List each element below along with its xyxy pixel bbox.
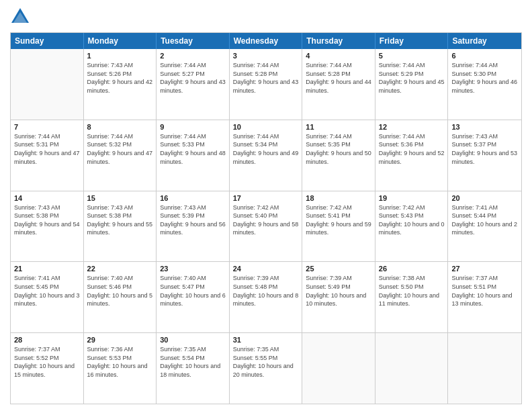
cal-cell-2-4: 18Sunrise: 7:42 AM Sunset: 5:41 PM Dayli…	[302, 191, 375, 262]
day-number: 6	[451, 52, 518, 60]
cell-details: Sunrise: 7:44 AM Sunset: 5:33 PM Dayligh…	[160, 132, 226, 166]
day-number: 18	[306, 194, 371, 202]
cell-details: Sunrise: 7:35 AM Sunset: 5:54 PM Dayligh…	[160, 345, 226, 379]
cell-details: Sunrise: 7:39 AM Sunset: 5:49 PM Dayligh…	[306, 274, 371, 308]
header-day-friday: Friday	[375, 33, 449, 49]
cell-details: Sunrise: 7:41 AM Sunset: 5:45 PM Dayligh…	[14, 274, 80, 308]
day-number: 27	[451, 265, 518, 273]
logo-icon	[10, 7, 30, 27]
day-number: 19	[379, 194, 445, 202]
cal-cell-4-1: 29Sunrise: 7:36 AM Sunset: 5:53 PM Dayli…	[84, 333, 157, 404]
calendar: SundayMondayTuesdayWednesdayThursdayFrid…	[10, 32, 522, 404]
day-number: 26	[379, 265, 445, 273]
day-number: 9	[160, 123, 226, 131]
day-number: 17	[233, 194, 299, 202]
calendar-body: 1Sunrise: 7:43 AM Sunset: 5:26 PM Daylig…	[11, 49, 521, 404]
cal-cell-0-5: 5Sunrise: 7:44 AM Sunset: 5:29 PM Daylig…	[375, 49, 449, 120]
cal-cell-3-4: 25Sunrise: 7:39 AM Sunset: 5:49 PM Dayli…	[302, 262, 375, 332]
day-number: 14	[14, 194, 80, 202]
day-number: 25	[306, 265, 371, 273]
day-number: 13	[451, 123, 518, 131]
calendar-row-1: 7Sunrise: 7:44 AM Sunset: 5:31 PM Daylig…	[11, 120, 521, 191]
day-number: 15	[87, 194, 153, 202]
logo	[10, 7, 33, 27]
cal-cell-4-3: 31Sunrise: 7:35 AM Sunset: 5:55 PM Dayli…	[230, 333, 303, 404]
cal-cell-1-1: 8Sunrise: 7:44 AM Sunset: 5:32 PM Daylig…	[84, 120, 157, 191]
cal-cell-3-0: 21Sunrise: 7:41 AM Sunset: 5:45 PM Dayli…	[11, 262, 84, 332]
cell-details: Sunrise: 7:44 AM Sunset: 5:27 PM Dayligh…	[160, 61, 226, 95]
calendar-row-4: 28Sunrise: 7:37 AM Sunset: 5:52 PM Dayli…	[11, 332, 521, 404]
header-day-monday: Monday	[84, 33, 157, 49]
cal-cell-2-5: 19Sunrise: 7:42 AM Sunset: 5:43 PM Dayli…	[375, 191, 449, 262]
cal-cell-4-6	[448, 333, 521, 404]
cal-cell-4-5	[375, 333, 449, 404]
cell-details: Sunrise: 7:41 AM Sunset: 5:44 PM Dayligh…	[451, 203, 518, 237]
cell-details: Sunrise: 7:37 AM Sunset: 5:52 PM Dayligh…	[14, 345, 80, 379]
cal-cell-0-6: 6Sunrise: 7:44 AM Sunset: 5:30 PM Daylig…	[448, 49, 521, 120]
cell-details: Sunrise: 7:42 AM Sunset: 5:40 PM Dayligh…	[233, 203, 299, 237]
cell-details: Sunrise: 7:44 AM Sunset: 5:29 PM Dayligh…	[379, 61, 445, 95]
day-number: 23	[160, 265, 226, 273]
cal-cell-2-1: 15Sunrise: 7:43 AM Sunset: 5:38 PM Dayli…	[84, 191, 157, 262]
cal-cell-3-3: 24Sunrise: 7:39 AM Sunset: 5:48 PM Dayli…	[230, 262, 303, 332]
cal-cell-4-4	[302, 333, 375, 404]
day-number: 16	[160, 194, 226, 202]
day-number: 20	[451, 194, 518, 202]
cell-details: Sunrise: 7:43 AM Sunset: 5:38 PM Dayligh…	[87, 203, 153, 237]
cell-details: Sunrise: 7:43 AM Sunset: 5:39 PM Dayligh…	[160, 203, 226, 237]
cal-cell-1-0: 7Sunrise: 7:44 AM Sunset: 5:31 PM Daylig…	[11, 120, 84, 191]
cell-details: Sunrise: 7:36 AM Sunset: 5:53 PM Dayligh…	[87, 345, 153, 379]
cal-cell-2-0: 14Sunrise: 7:43 AM Sunset: 5:38 PM Dayli…	[11, 191, 84, 262]
day-number: 5	[379, 52, 445, 60]
cal-cell-3-2: 23Sunrise: 7:40 AM Sunset: 5:47 PM Dayli…	[157, 262, 230, 332]
cell-details: Sunrise: 7:44 AM Sunset: 5:28 PM Dayligh…	[233, 61, 299, 95]
day-number: 1	[87, 52, 153, 60]
day-number: 30	[160, 336, 226, 344]
cell-details: Sunrise: 7:38 AM Sunset: 5:50 PM Dayligh…	[379, 274, 445, 308]
day-number: 2	[160, 52, 226, 60]
cell-details: Sunrise: 7:42 AM Sunset: 5:41 PM Dayligh…	[306, 203, 371, 237]
day-number: 24	[233, 265, 299, 273]
cell-details: Sunrise: 7:39 AM Sunset: 5:48 PM Dayligh…	[233, 274, 299, 308]
cal-cell-4-0: 28Sunrise: 7:37 AM Sunset: 5:52 PM Dayli…	[11, 333, 84, 404]
day-number: 4	[306, 52, 371, 60]
day-number: 21	[14, 265, 80, 273]
header-day-sunday: Sunday	[11, 33, 84, 49]
cal-cell-0-3: 3Sunrise: 7:44 AM Sunset: 5:28 PM Daylig…	[230, 49, 303, 120]
page: SundayMondayTuesdayWednesdayThursdayFrid…	[0, 0, 532, 411]
cell-details: Sunrise: 7:35 AM Sunset: 5:55 PM Dayligh…	[233, 345, 299, 379]
calendar-row-3: 21Sunrise: 7:41 AM Sunset: 5:45 PM Dayli…	[11, 261, 521, 332]
cal-cell-0-0	[11, 49, 84, 120]
cell-details: Sunrise: 7:37 AM Sunset: 5:51 PM Dayligh…	[451, 274, 518, 308]
cell-details: Sunrise: 7:44 AM Sunset: 5:30 PM Dayligh…	[451, 61, 518, 95]
cal-cell-1-5: 12Sunrise: 7:44 AM Sunset: 5:36 PM Dayli…	[375, 120, 449, 191]
cell-details: Sunrise: 7:44 AM Sunset: 5:28 PM Dayligh…	[306, 61, 371, 95]
day-number: 3	[233, 52, 299, 60]
cell-details: Sunrise: 7:44 AM Sunset: 5:36 PM Dayligh…	[379, 132, 445, 166]
header-day-thursday: Thursday	[302, 33, 375, 49]
cal-cell-0-4: 4Sunrise: 7:44 AM Sunset: 5:28 PM Daylig…	[302, 49, 375, 120]
cal-cell-1-4: 11Sunrise: 7:44 AM Sunset: 5:35 PM Dayli…	[302, 120, 375, 191]
cell-details: Sunrise: 7:40 AM Sunset: 5:46 PM Dayligh…	[87, 274, 153, 308]
cal-cell-1-6: 13Sunrise: 7:43 AM Sunset: 5:37 PM Dayli…	[448, 120, 521, 191]
cell-details: Sunrise: 7:42 AM Sunset: 5:43 PM Dayligh…	[379, 203, 445, 237]
cell-details: Sunrise: 7:43 AM Sunset: 5:38 PM Dayligh…	[14, 203, 80, 237]
day-number: 31	[233, 336, 299, 344]
cal-cell-1-3: 10Sunrise: 7:44 AM Sunset: 5:34 PM Dayli…	[230, 120, 303, 191]
cal-cell-3-6: 27Sunrise: 7:37 AM Sunset: 5:51 PM Dayli…	[448, 262, 521, 332]
calendar-header: SundayMondayTuesdayWednesdayThursdayFrid…	[11, 33, 521, 49]
cal-cell-2-2: 16Sunrise: 7:43 AM Sunset: 5:39 PM Dayli…	[157, 191, 230, 262]
cal-cell-2-3: 17Sunrise: 7:42 AM Sunset: 5:40 PM Dayli…	[230, 191, 303, 262]
cal-cell-0-2: 2Sunrise: 7:44 AM Sunset: 5:27 PM Daylig…	[157, 49, 230, 120]
calendar-row-2: 14Sunrise: 7:43 AM Sunset: 5:38 PM Dayli…	[11, 191, 521, 262]
day-number: 29	[87, 336, 153, 344]
day-number: 10	[233, 123, 299, 131]
header-day-tuesday: Tuesday	[157, 33, 230, 49]
day-number: 12	[379, 123, 445, 131]
cell-details: Sunrise: 7:44 AM Sunset: 5:34 PM Dayligh…	[233, 132, 299, 166]
day-number: 7	[14, 123, 80, 131]
cell-details: Sunrise: 7:43 AM Sunset: 5:26 PM Dayligh…	[87, 61, 153, 95]
day-number: 28	[14, 336, 80, 344]
header-day-saturday: Saturday	[448, 33, 521, 49]
cell-details: Sunrise: 7:43 AM Sunset: 5:37 PM Dayligh…	[451, 132, 518, 166]
